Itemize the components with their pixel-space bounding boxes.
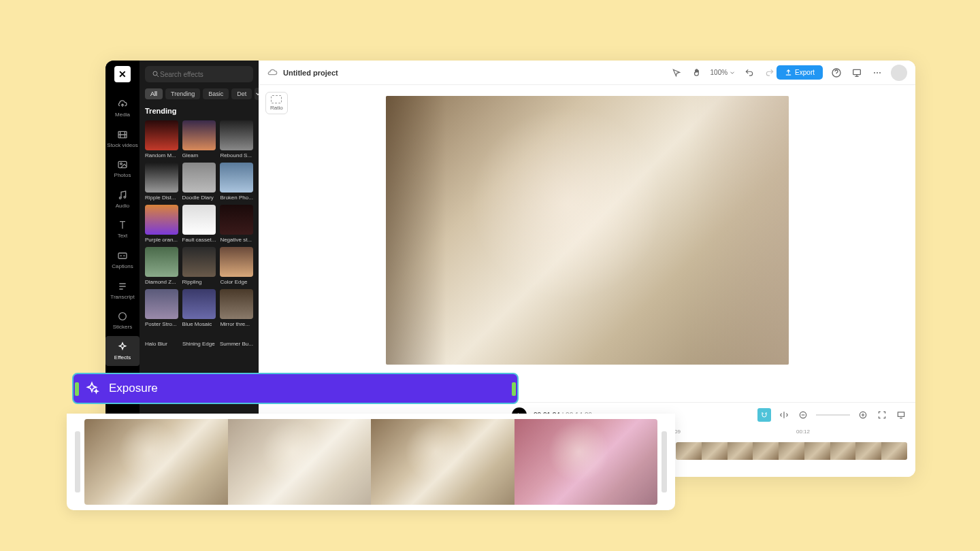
zoom-out-button[interactable]: [797, 409, 809, 421]
zoom-in-button[interactable]: [857, 409, 869, 421]
ratio-button[interactable]: Ratio: [265, 92, 288, 114]
clip-frame: [728, 442, 753, 460]
nav-label: Transcript: [110, 294, 134, 301]
effect-item[interactable]: Summer Bu...: [220, 341, 253, 347]
effect-item[interactable]: Purple oran...: [145, 205, 178, 243]
topbar-center: 100%: [670, 66, 777, 80]
nav-label: Captions: [112, 263, 133, 270]
effect-label: Gleam: [182, 152, 216, 158]
nav-media[interactable]: Media: [105, 93, 140, 124]
more-button[interactable]: [870, 66, 884, 80]
svg-point-10: [874, 72, 875, 73]
nav-transcript[interactable]: Transcript: [105, 276, 140, 306]
sparkle-icon: [117, 341, 128, 352]
effect-item[interactable]: Negative st...: [220, 205, 253, 243]
cloud-icon: [267, 67, 278, 78]
video-clip[interactable]: [676, 442, 907, 460]
svg-point-6: [119, 313, 127, 320]
clip-frame: [676, 442, 702, 460]
zoom-display[interactable]: 100%: [710, 69, 736, 76]
fullscreen-button[interactable]: [895, 409, 907, 421]
undo-button[interactable]: [742, 66, 756, 80]
search-input[interactable]: [160, 71, 246, 78]
preview-area: Ratio: [259, 85, 915, 402]
svg-rect-15: [898, 412, 904, 416]
clip-frame: [855, 442, 881, 460]
cursor-tool[interactable]: [670, 66, 683, 80]
nav-stock-videos[interactable]: Stock videos: [105, 124, 140, 154]
chip-all[interactable]: All: [145, 88, 163, 99]
clip-handle-right[interactable]: [512, 382, 516, 396]
effect-label: Ripple Dist...: [145, 195, 178, 201]
effect-item[interactable]: Rebound S...: [220, 120, 253, 158]
nav-captions[interactable]: Captions: [105, 245, 140, 276]
effect-item[interactable]: Broken Pho...: [220, 163, 253, 201]
transcript-icon: [117, 281, 128, 292]
chip-basic[interactable]: Basic: [203, 88, 229, 99]
effect-item[interactable]: Poster Stro...: [145, 289, 178, 327]
app-logo[interactable]: ✕: [114, 66, 131, 82]
exposure-effect-clip[interactable]: Exposure: [72, 373, 519, 404]
present-button[interactable]: [850, 66, 864, 80]
effect-item[interactable]: Rippling: [182, 247, 216, 285]
effect-label: Halo Blur: [145, 341, 178, 347]
nav-audio[interactable]: Audio: [105, 184, 140, 215]
nav-label: Effects: [114, 354, 131, 361]
nav-effects[interactable]: Effects: [105, 336, 140, 367]
topbar-left: Untitled project: [267, 67, 670, 78]
effect-item[interactable]: Ripple Dist...: [145, 163, 178, 201]
nav-photos[interactable]: Photos: [105, 154, 140, 184]
zoom-slider[interactable]: [816, 414, 850, 416]
nav-text[interactable]: Text: [105, 214, 140, 245]
effect-item[interactable]: Halo Blur: [145, 341, 178, 347]
chip-trending[interactable]: Trending: [165, 88, 200, 99]
preview-video[interactable]: [386, 96, 789, 365]
magnet-button[interactable]: [757, 408, 771, 422]
export-button[interactable]: Export: [777, 65, 823, 80]
nav-label: Stock videos: [107, 142, 137, 149]
clip-handle-left[interactable]: [75, 382, 79, 396]
timeline-right: [757, 408, 907, 422]
effect-item[interactable]: Random M...: [145, 120, 178, 158]
topbar: Untitled project 100% Export: [259, 61, 915, 85]
effect-item[interactable]: Doodle Diary: [182, 163, 216, 201]
hand-tool[interactable]: [690, 66, 704, 80]
project-title[interactable]: Untitled project: [283, 69, 338, 77]
chevron-down-icon: [729, 69, 736, 76]
thumb-strip[interactable]: [84, 419, 657, 505]
user-avatar[interactable]: [891, 65, 907, 81]
redo-button[interactable]: [763, 66, 777, 80]
effect-item[interactable]: Blue Mosaic: [182, 289, 216, 327]
split-button[interactable]: [778, 409, 790, 421]
svg-rect-5: [118, 253, 127, 258]
effect-thumb: [145, 289, 178, 319]
search-box[interactable]: [145, 66, 253, 82]
clip-frame: [830, 442, 856, 460]
effect-item[interactable]: Shining Edge: [182, 341, 216, 347]
fit-button[interactable]: [876, 409, 888, 421]
nav-label: Audio: [116, 203, 129, 210]
chip-det[interactable]: Det: [231, 88, 252, 99]
clip-frame: [702, 442, 728, 460]
clip-frame: [881, 442, 907, 460]
nav-label: Media: [115, 112, 130, 118]
effect-item[interactable]: Fault casset...: [182, 205, 216, 243]
effect-thumb: [145, 205, 178, 235]
effect-item[interactable]: Color Edge: [220, 247, 253, 285]
help-button[interactable]: [830, 66, 843, 80]
effect-label: Negative st...: [220, 237, 253, 243]
effect-thumb: [145, 163, 178, 193]
clip-label: Exposure: [109, 382, 158, 395]
image-icon: [117, 159, 128, 170]
effect-item[interactable]: Gleam: [182, 120, 216, 158]
effect-item[interactable]: Mirror thre...: [220, 289, 253, 327]
nav-stickers[interactable]: Stickers: [105, 305, 140, 336]
strip-handle-left[interactable]: [75, 431, 80, 492]
clip-preview-strip: [67, 414, 675, 510]
effect-thumb: [145, 247, 178, 277]
nav-label: Photos: [114, 172, 131, 179]
effect-item[interactable]: Diamond Z...: [145, 247, 178, 285]
svg-rect-9: [853, 69, 861, 74]
clip-frame: [804, 442, 830, 460]
strip-handle-right[interactable]: [662, 431, 667, 492]
